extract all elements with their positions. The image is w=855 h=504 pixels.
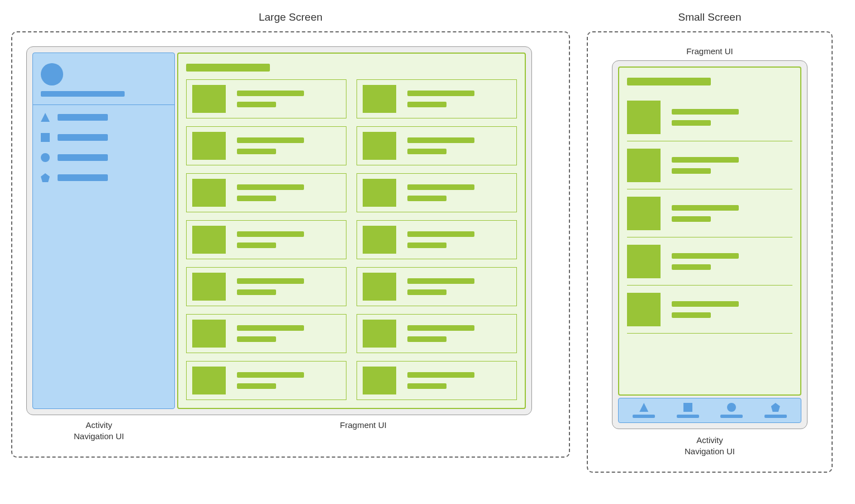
bottom-nav-item-1[interactable] [633,403,655,418]
large-dashed-frame: Activity Navigation UI Fragment UI [11,31,570,458]
content-card[interactable] [627,189,792,237]
content-card[interactable] [357,126,517,165]
card-line2 [237,289,276,295]
pentagon-icon [771,403,780,412]
card-line1 [237,137,304,143]
content-card[interactable] [186,314,346,353]
content-card[interactable] [627,93,792,141]
card-line1 [407,184,474,190]
card-text [237,184,304,201]
card-text [407,372,474,389]
large-captions: Activity Navigation UI Fragment UI [26,420,555,443]
card-text [407,137,474,154]
sidebar-item-label [58,114,108,121]
card-thumbnail [192,85,226,113]
card-text [407,231,474,248]
small-caption-activity-nav: Activity Navigation UI [602,435,818,458]
avatar-icon [41,63,63,85]
card-line2 [672,264,711,270]
content-card[interactable] [357,79,517,118]
caption-navigation-ui: Navigation UI [685,446,735,456]
card-line1 [407,231,474,237]
content-card[interactable] [627,237,792,286]
bottom-nav-label [720,415,743,418]
content-card[interactable] [627,141,792,189]
card-text [407,278,474,295]
sidebar-header [33,53,174,105]
content-card[interactable] [357,361,517,400]
card-line1 [407,372,474,378]
bottom-nav-item-2[interactable] [677,403,699,418]
card-thumbnail [192,273,226,301]
fragment-title-placeholder [186,64,270,72]
sidebar-item-label [58,174,108,181]
card-line1 [672,157,739,163]
card-thumbnail [363,85,396,113]
content-card[interactable] [186,220,346,259]
triangle-icon [639,403,648,412]
sidebar-item-4[interactable] [41,173,167,182]
card-line2 [407,149,446,154]
card-thumbnail [192,367,226,394]
content-card[interactable] [186,361,346,400]
card-text [407,325,474,342]
card-line1 [407,278,474,284]
content-card[interactable] [357,267,517,306]
sidebar-user-name-placeholder [41,91,125,97]
content-card[interactable] [186,79,346,118]
square-icon [41,133,50,142]
large-screen-title: Large Screen [259,11,322,23]
caption-activity: Activity [86,420,112,430]
content-card[interactable] [186,267,346,306]
card-line2 [237,102,276,107]
sidebar-item-label [58,134,108,141]
fragment-panel-large [177,53,526,409]
circle-icon [727,403,736,412]
card-text [237,278,304,295]
card-line1 [407,91,474,96]
bottom-nav-item-3[interactable] [720,403,743,418]
content-card[interactable] [357,173,517,212]
card-thumbnail [627,293,661,326]
card-line1 [407,325,474,331]
card-line1 [237,184,304,190]
card-thumbnail [363,179,396,207]
diagram-root: Large Screen [11,11,844,473]
bottom-nav-label [677,415,699,418]
bottom-nav-item-4[interactable] [764,403,787,418]
card-text [672,301,739,318]
card-line2 [407,243,446,248]
card-thumbnail [627,101,661,134]
card-thumbnail [363,320,396,348]
sidebar-item-2[interactable] [41,133,167,142]
square-icon [683,403,692,412]
card-line2 [672,216,711,222]
card-line2 [672,168,711,174]
sidebar-item-1[interactable] [41,113,167,122]
small-dashed-frame: Fragment UI [587,31,833,473]
content-card[interactable] [627,286,792,334]
sidebar-item-3[interactable] [41,153,167,162]
fragment-panel-small [618,66,801,396]
caption-activity: Activity [696,435,723,445]
card-line2 [237,196,276,201]
content-card[interactable] [357,314,517,353]
small-fragment-label: Fragment UI [602,46,818,56]
card-line1 [407,137,474,143]
card-thumbnail [192,179,226,207]
card-thumbnail [363,367,396,394]
card-text [672,205,739,222]
card-thumbnail [627,197,661,230]
card-text [407,91,474,107]
card-line2 [672,120,711,126]
content-card[interactable] [186,126,346,165]
card-text [237,372,304,389]
tablet-device [26,46,532,415]
content-card[interactable] [357,220,517,259]
content-card[interactable] [186,173,346,212]
card-line2 [407,102,446,107]
card-line2 [407,383,446,389]
card-line2 [237,336,276,342]
card-grid-large [186,79,517,400]
caption-fragment-ui: Fragment UI [172,420,555,443]
